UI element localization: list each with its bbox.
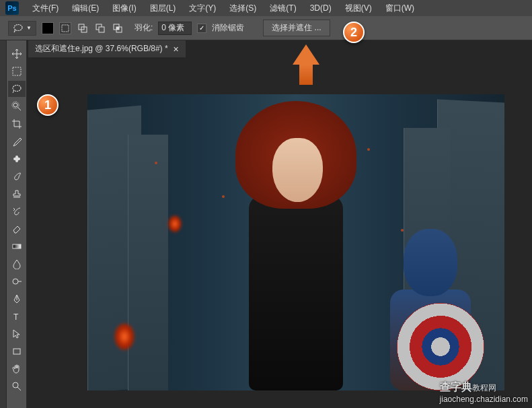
lasso-tool[interactable] xyxy=(8,81,26,97)
svg-point-19 xyxy=(13,382,18,388)
svg-text:T: T xyxy=(13,312,19,322)
antialias-checkbox[interactable]: ✓ xyxy=(197,24,206,33)
menu-layer[interactable]: 图层(L) xyxy=(145,1,182,16)
pen-tool[interactable] xyxy=(8,291,26,307)
document-tab[interactable]: 选区和遮住e.jpg @ 37.6%(RGB/8#) * × xyxy=(28,40,186,58)
path-select-tool[interactable] xyxy=(8,326,26,342)
document-canvas[interactable] xyxy=(87,94,504,390)
lasso-icon xyxy=(13,23,24,34)
move-tool[interactable] xyxy=(8,46,26,62)
eyedropper-tool[interactable] xyxy=(8,133,26,149)
selection-new-icon[interactable] xyxy=(59,22,71,34)
svg-rect-15 xyxy=(13,244,21,248)
options-bar: ▼ 羽化: ✓ 消除锯齿 选择并遮住 ... xyxy=(0,16,532,40)
svg-rect-8 xyxy=(116,27,119,30)
canvas-image-figure-main xyxy=(208,101,383,390)
color-swatch[interactable] xyxy=(42,22,54,34)
blur-tool[interactable] xyxy=(8,256,26,272)
svg-point-11 xyxy=(13,103,17,107)
tab-close-icon[interactable]: × xyxy=(174,44,179,55)
svg-point-16 xyxy=(13,279,18,284)
canvas-area: 选区和遮住e.jpg @ 37.6%(RGB/8#) * × xyxy=(27,40,532,408)
menu-image[interactable]: 图像(I) xyxy=(107,1,141,16)
hand-tool[interactable] xyxy=(8,361,26,377)
dodge-tool[interactable] xyxy=(8,273,26,290)
zoom-tool[interactable] xyxy=(8,378,26,395)
active-tool-dropdown[interactable]: ▼ xyxy=(8,21,36,36)
menu-select[interactable]: 选择(S) xyxy=(224,1,262,16)
menu-view[interactable]: 视图(V) xyxy=(340,1,377,16)
menu-3d[interactable]: 3D(D) xyxy=(305,1,337,15)
tab-title: 选区和遮住e.jpg @ 37.6%(RGB/8#) * xyxy=(35,43,168,55)
stamp-tool[interactable] xyxy=(8,186,26,202)
annotation-callout-1: 1 xyxy=(37,94,59,116)
crop-tool[interactable] xyxy=(8,116,26,132)
feather-label: 羽化: xyxy=(135,22,153,34)
select-and-mask-button[interactable]: 选择并遮住 ... xyxy=(263,20,330,36)
marquee-tool[interactable] xyxy=(8,63,26,79)
watermark-suffix: 教程网 xyxy=(472,383,496,393)
svg-rect-18 xyxy=(13,349,20,354)
type-tool[interactable]: T xyxy=(8,308,26,325)
svg-rect-14 xyxy=(15,156,18,162)
menu-edit[interactable]: 编辑(E) xyxy=(67,1,104,16)
annotation-callout-2: 2 xyxy=(343,22,365,43)
watermark-brand: 查字典 xyxy=(440,381,472,393)
feather-input[interactable] xyxy=(158,22,192,35)
svg-rect-5 xyxy=(99,27,104,32)
selection-subtract-icon[interactable] xyxy=(94,22,106,34)
rectangle-tool[interactable] xyxy=(8,343,26,360)
panel-dock-strip[interactable] xyxy=(0,40,7,408)
menu-text[interactable]: 文字(Y) xyxy=(184,1,221,16)
selection-intersect-icon[interactable] xyxy=(112,22,124,34)
watermark: 查字典教程网 jiaocheng.chazidian.com xyxy=(440,380,528,404)
watermark-url: jiaocheng.chazidian.com xyxy=(440,395,528,404)
antialias-label: 消除锯齿 xyxy=(212,22,244,34)
history-brush-tool[interactable] xyxy=(8,203,26,219)
healing-tool[interactable] xyxy=(8,151,26,167)
menu-bar: Ps 文件(F) 编辑(E) 图像(I) 图层(L) 文字(Y) 选择(S) 滤… xyxy=(0,0,532,16)
workspace: T 选区和遮住e.jpg @ 37.6%(RGB/8#) * × xyxy=(0,40,532,408)
svg-rect-9 xyxy=(13,67,21,75)
tools-panel: T xyxy=(7,40,27,408)
brush-tool[interactable] xyxy=(8,168,26,184)
menu-filter[interactable]: 滤镜(T) xyxy=(264,1,301,16)
eraser-tool[interactable] xyxy=(8,221,26,237)
canvas-image-figure-secondary xyxy=(383,229,484,390)
quick-select-tool[interactable] xyxy=(8,98,26,114)
selection-add-icon[interactable] xyxy=(77,22,89,34)
annotation-arrow-icon xyxy=(293,44,319,85)
menu-window[interactable]: 窗口(W) xyxy=(380,1,420,16)
svg-rect-1 xyxy=(62,25,69,32)
chevron-down-icon: ▼ xyxy=(26,25,32,31)
menu-file[interactable]: 文件(F) xyxy=(27,1,64,16)
app-logo: Ps xyxy=(5,1,19,15)
gradient-tool[interactable] xyxy=(8,238,26,254)
